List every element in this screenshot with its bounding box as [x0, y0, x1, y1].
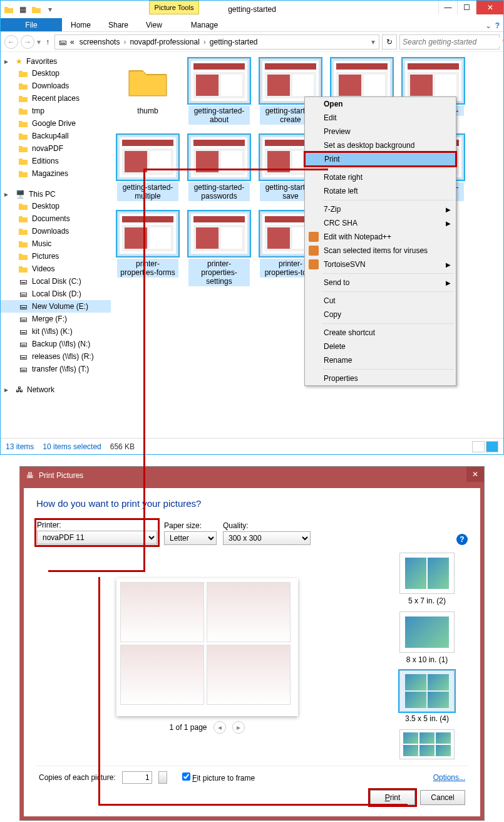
nav-item[interactable]: 🖴Local Disk (D:): [1, 288, 111, 300]
manage-tab[interactable]: Manage: [182, 18, 227, 32]
nav-item[interactable]: Downloads: [1, 80, 111, 92]
prev-page-button[interactable]: ◂: [213, 721, 226, 734]
nav-item[interactable]: 🖴New Volume (E:): [1, 300, 111, 313]
cancel-button[interactable]: Cancel: [420, 790, 465, 805]
menu-item[interactable]: CRC SHA▶: [305, 216, 456, 230]
nav-item[interactable]: Pictures: [1, 250, 111, 263]
quality-select[interactable]: 300 x 300: [223, 531, 311, 545]
nav-item[interactable]: 🖴kit (\\fls) (K:): [1, 325, 111, 338]
view-tab[interactable]: View: [137, 18, 171, 32]
thispc-header[interactable]: ▸ 🖥️ This PC: [1, 189, 111, 200]
menu-item[interactable]: Preview: [305, 125, 456, 138]
menu-item[interactable]: TortoiseSVN▶: [305, 258, 456, 271]
menu-item[interactable]: Rotate right: [305, 170, 456, 184]
paper-select[interactable]: Letter: [164, 531, 217, 545]
file-item[interactable]: getting-started-about: [188, 58, 250, 125]
file-item[interactable]: thumb: [117, 58, 178, 125]
layout-option[interactable]: [399, 729, 455, 762]
favorites-header[interactable]: ▸ ★ Favorites: [1, 56, 111, 67]
menu-item[interactable]: Open: [305, 97, 456, 111]
nav-item[interactable]: 🖴Local Disk (C:): [1, 275, 111, 288]
nav-item[interactable]: tmp: [1, 105, 111, 117]
nav-item[interactable]: Downloads: [1, 225, 111, 237]
expand-ribbon-icon[interactable]: ⌄: [485, 21, 491, 30]
network-header[interactable]: ▸ 🖧 Network: [1, 384, 111, 395]
menu-item[interactable]: Edit: [305, 111, 456, 125]
file-item[interactable]: getting-started-passwords: [188, 135, 250, 201]
nav-item[interactable]: Music: [1, 237, 111, 250]
nav-item[interactable]: Google Drive: [1, 117, 111, 130]
nav-item[interactable]: Desktop: [1, 200, 111, 212]
copies-input[interactable]: [122, 771, 152, 784]
menu-item[interactable]: Rename: [305, 353, 456, 367]
crumb-dropdown-icon[interactable]: ▾: [370, 38, 376, 46]
nav-item[interactable]: Documents: [1, 212, 111, 225]
nav-item[interactable]: Recent places: [1, 92, 111, 105]
search-input[interactable]: [400, 38, 500, 46]
help-icon[interactable]: ?: [495, 21, 500, 30]
nav-item[interactable]: novaPDF: [1, 142, 111, 155]
crumb-screenshots[interactable]: screenshots: [77, 38, 123, 46]
breadcrumb[interactable]: 🖴 « screenshots› novapdf-professional› g…: [54, 34, 379, 49]
nav-item[interactable]: Desktop: [1, 67, 111, 80]
details-view-button[interactable]: [472, 441, 485, 452]
close-button[interactable]: ✕: [476, 1, 503, 14]
menu-item[interactable]: Rotate left: [305, 184, 456, 198]
nav-item[interactable]: Backup4all: [1, 130, 111, 142]
refresh-button[interactable]: ↻: [382, 34, 397, 49]
newfolder-icon[interactable]: [31, 4, 42, 15]
fit-checkbox[interactable]: [182, 773, 190, 781]
props-icon[interactable]: ▦: [17, 4, 28, 15]
file-item[interactable]: printer-properties-forms: [117, 211, 178, 286]
up-button[interactable]: ↑: [43, 38, 52, 46]
thumbnails-view-button[interactable]: [486, 441, 498, 452]
picture-tools-tab[interactable]: Picture Tools: [149, 1, 199, 14]
minimize-button[interactable]: —: [438, 1, 457, 14]
search-icon[interactable]: 🔍: [500, 38, 504, 46]
layout-option[interactable]: 3.5 x 5 in. (4): [399, 670, 455, 723]
share-tab[interactable]: Share: [100, 18, 137, 32]
next-page-button[interactable]: ▸: [232, 721, 245, 734]
forward-button[interactable]: →: [21, 35, 34, 49]
file-item[interactable]: getting-started-multiple: [117, 135, 178, 201]
layout-option[interactable]: 8 x 10 in. (1): [399, 611, 455, 664]
qat-dropdown-icon[interactable]: ▾: [44, 4, 56, 15]
dialog-close-button[interactable]: ✕: [466, 467, 484, 482]
nav-item[interactable]: 🖴transfer (\\fls) (T:): [1, 363, 111, 375]
menu-item[interactable]: Print: [305, 152, 456, 166]
home-tab[interactable]: Home: [62, 18, 100, 32]
menu-item[interactable]: Create shortcut: [305, 326, 456, 340]
file-item[interactable]: printer-properties-settings: [188, 211, 250, 286]
back-button[interactable]: ←: [4, 35, 18, 49]
file-tab[interactable]: File: [1, 18, 62, 31]
menu-item[interactable]: Send to▶: [305, 276, 456, 289]
nav-item[interactable]: 🖴releases (\\fls) (R:): [1, 350, 111, 363]
history-dropdown-icon[interactable]: ▾: [37, 38, 41, 46]
crumb-getting-started[interactable]: getting-started: [207, 38, 260, 46]
nav-item[interactable]: Videos: [1, 263, 111, 275]
nav-item[interactable]: Magazines: [1, 167, 111, 180]
menu-item[interactable]: Copy: [305, 308, 456, 321]
print-button[interactable]: Print: [370, 790, 415, 805]
help-icon[interactable]: ?: [456, 534, 468, 545]
options-link[interactable]: Options...: [433, 773, 465, 782]
menu-item[interactable]: Set as desktop background: [305, 138, 456, 152]
expand-icon[interactable]: ▸: [4, 385, 12, 394]
menu-item[interactable]: Scan selected items for viruses: [305, 244, 456, 258]
printer-select[interactable]: novaPDF 11: [37, 531, 157, 544]
layout-option[interactable]: 5 x 7 in. (2): [399, 553, 455, 605]
nav-item[interactable]: 🖴Backup (\\fls) (N:): [1, 338, 111, 350]
copies-spinner[interactable]: [158, 771, 167, 784]
maximize-button[interactable]: ☐: [457, 1, 476, 14]
nav-item[interactable]: Editions: [1, 155, 111, 167]
menu-item[interactable]: Properties: [305, 372, 456, 385]
nav-item[interactable]: 🖴Merge (F:): [1, 313, 111, 325]
menu-item[interactable]: Edit with Notepad++: [305, 230, 456, 244]
search-box[interactable]: 🔍: [399, 34, 500, 49]
expand-icon[interactable]: ▸: [4, 57, 12, 66]
menu-item[interactable]: Delete: [305, 340, 456, 353]
crumb-novapdf[interactable]: novapdf-professional: [127, 38, 202, 46]
menu-item[interactable]: 7-Zip▶: [305, 202, 456, 216]
expand-icon[interactable]: ▸: [4, 190, 12, 199]
menu-item[interactable]: Cut: [305, 294, 456, 308]
